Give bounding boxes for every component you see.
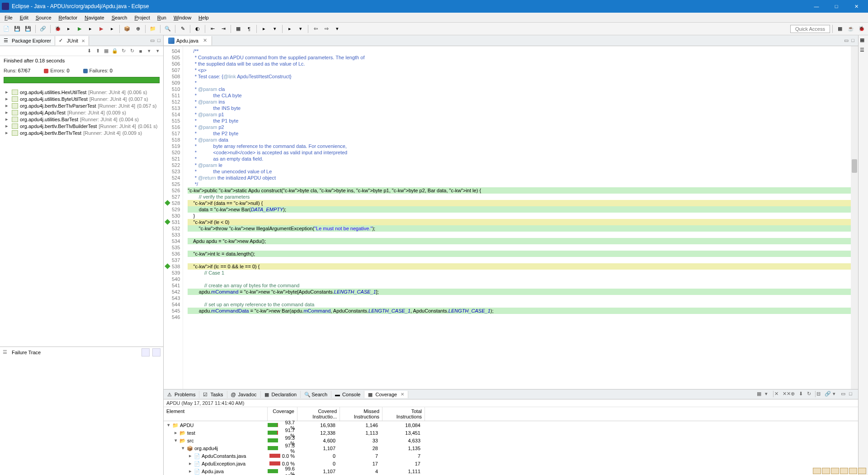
menu-help[interactable]: Help <box>195 14 212 21</box>
min-button[interactable]: ▭ <box>841 391 848 398</box>
open-type-button[interactable]: 📁 <box>148 24 158 34</box>
minimize-button[interactable]: — <box>807 0 826 13</box>
maximize-view-button[interactable]: □ <box>850 38 855 43</box>
quick-access[interactable]: Quick Access <box>790 25 830 33</box>
rerun-icon[interactable]: ↻ <box>120 48 127 55</box>
col-header[interactable]: Total Instructions <box>382 407 425 421</box>
code-area[interactable]: /** * Constructs an APDU command from th… <box>183 46 858 389</box>
menu-file[interactable]: File <box>1 14 16 21</box>
minimize-view-button[interactable]: ▭ <box>843 38 849 43</box>
menu-window[interactable]: Window <box>170 14 195 21</box>
menu-navigate[interactable]: Navigate <box>81 14 108 21</box>
java-perspective-button[interactable]: ☕ <box>846 24 856 34</box>
nav-dropdown[interactable]: ▾ <box>270 24 280 34</box>
status-icon[interactable] <box>849 468 857 474</box>
view-menu2-button[interactable]: ▾ <box>833 391 840 398</box>
debug-perspective-button[interactable]: 🐞 <box>857 24 867 34</box>
status-icon[interactable] <box>858 468 866 474</box>
col-header[interactable]: Missed Instructions <box>340 407 382 421</box>
prev-button[interactable]: ▸ <box>285 24 295 34</box>
tab-tasks[interactable]: ☑Tasks <box>199 391 227 398</box>
menu-edit[interactable]: Edit <box>16 14 32 21</box>
select-session-button[interactable]: ▦ <box>757 391 764 398</box>
block-button[interactable]: ▦ <box>233 24 243 34</box>
status-icon[interactable] <box>813 468 821 474</box>
close-button[interactable]: ✕ <box>846 0 866 13</box>
tab-problems[interactable]: ⚠Problems <box>164 391 199 398</box>
link-button[interactable]: ▾ <box>765 391 772 398</box>
back-button[interactable]: ⇦ <box>311 24 321 34</box>
coverage-table[interactable]: ElementCoverageCovered Instructio...Miss… <box>164 407 858 475</box>
prev-fail-icon[interactable]: ⬆ <box>94 48 101 55</box>
col-header[interactable]: Element <box>164 407 268 421</box>
tab-junit[interactable]: ✓ JUnit ✕ <box>55 36 89 46</box>
toggle-button[interactable]: ◐ <box>193 24 203 34</box>
test-row[interactable]: ▸org.apdu4j.bertlv.BerTlvParserTest [Run… <box>0 102 163 109</box>
menu-run[interactable]: Run <box>154 14 170 21</box>
run-button[interactable]: ▶ <box>75 24 85 34</box>
maximize-button[interactable]: □ <box>826 0 846 13</box>
max-button[interactable]: □ <box>849 391 856 398</box>
show-fail-icon[interactable]: ▦ <box>103 48 110 55</box>
debug-button[interactable]: 🐞 <box>53 24 63 34</box>
shift-left-button[interactable]: ⇤ <box>208 24 217 34</box>
scroll-lock-icon[interactable]: 🔒 <box>111 48 118 55</box>
tab-javadoc[interactable]: @Javadoc <box>227 391 261 398</box>
close-icon[interactable]: ✕ <box>81 38 85 43</box>
tab-package-explorer[interactable]: ☰ Package Explorer <box>0 36 55 45</box>
stop-icon[interactable]: ■ <box>137 48 144 55</box>
status-icon[interactable] <box>831 468 839 474</box>
new-class-button[interactable]: ⊕ <box>133 24 143 34</box>
new-button[interactable]: 📄 <box>1 24 11 34</box>
ext-tools-button[interactable]: ▸ <box>107 24 117 34</box>
next-button[interactable]: ▾ <box>296 24 306 34</box>
status-icon[interactable] <box>840 468 848 474</box>
menu-refactor[interactable]: Refactor <box>55 14 81 21</box>
col-header[interactable]: Covered Instructio... <box>297 407 340 421</box>
dump-button[interactable]: ⬇ <box>799 391 806 398</box>
tab-declaration[interactable]: ▦Declaration <box>261 391 301 398</box>
merge-button[interactable]: ⊕ <box>791 391 798 398</box>
save-all-button[interactable]: 💾 <box>23 24 33 34</box>
search-button[interactable]: 🔍 <box>163 24 173 34</box>
history-icon[interactable]: ▾ <box>146 48 153 55</box>
relaunch-button[interactable]: ↻ <box>807 391 814 398</box>
perspective-button[interactable]: ▦ <box>835 24 845 34</box>
test-row[interactable]: ▸org.apdu4j.utilities.ByteUtilTest [Runn… <box>0 95 163 102</box>
remove-all-button[interactable]: ✕✕ <box>783 391 790 398</box>
maximize-view-button[interactable]: □ <box>156 38 161 43</box>
outline-icon[interactable]: ▦ <box>860 37 867 44</box>
tab-coverage[interactable]: ▦Coverage✕ <box>364 391 408 398</box>
test-row[interactable]: ▸org.apdu4j.bertlv.BerTlvBuilderTest [Ru… <box>0 123 163 129</box>
link-ed-button[interactable]: 🔗 <box>825 391 832 398</box>
menu-source[interactable]: Source <box>32 14 55 21</box>
fwd-button[interactable]: ⇨ <box>321 24 331 34</box>
test-row[interactable]: ▸org.apdu4j.ApduTest [Runner: JUnit 4] (… <box>0 109 163 116</box>
shift-right-button[interactable]: ⇥ <box>218 24 228 34</box>
test-row[interactable]: ▸org.apdu4j.utilities.HexUtilTest [Runne… <box>0 89 163 95</box>
minimize-view-button[interactable]: ▭ <box>149 38 156 43</box>
status-icon[interactable] <box>822 468 830 474</box>
new-package-button[interactable]: 📦 <box>122 24 132 34</box>
filter-button[interactable] <box>152 348 160 356</box>
show-ws-button[interactable]: ¶ <box>244 24 254 34</box>
nav-button[interactable]: ▸ <box>259 24 269 34</box>
fwd-dropdown[interactable]: ▾ <box>332 24 342 34</box>
tab-console[interactable]: ▬Console <box>331 391 364 398</box>
run-last-dropdown[interactable]: ▸ <box>85 24 95 34</box>
save-button[interactable]: 💾 <box>12 24 22 34</box>
tab-apdu-java[interactable]: Apdu.java ✕ <box>164 36 212 45</box>
rerun-fail-icon[interactable]: ↻ <box>128 48 136 55</box>
test-row[interactable]: ▸org.apdu4j.utilities.BarTest [Runner: J… <box>0 116 163 123</box>
view-menu-icon[interactable]: ▾ <box>154 48 161 55</box>
code-editor[interactable]: 5045055065075085095105115125135145155165… <box>164 46 858 389</box>
task-icon[interactable]: ☰ <box>860 47 867 54</box>
link-button[interactable]: 🔗 <box>38 24 48 34</box>
remove-session-button[interactable]: ✕ <box>774 391 782 398</box>
test-row[interactable]: ▸org.apdu4j.bertlv.BerTlvTest [Runner: J… <box>0 129 163 136</box>
coverage-row[interactable]: ▾📦org.apdu4j97.5 %1,107281,135 <box>164 444 858 452</box>
coverage-button[interactable]: ▶ <box>96 24 106 34</box>
collapse-button[interactable]: ⊟ <box>816 391 824 398</box>
tab-search[interactable]: 🔍Search <box>301 391 331 398</box>
run-dropdown[interactable]: ▸ <box>64 24 74 34</box>
